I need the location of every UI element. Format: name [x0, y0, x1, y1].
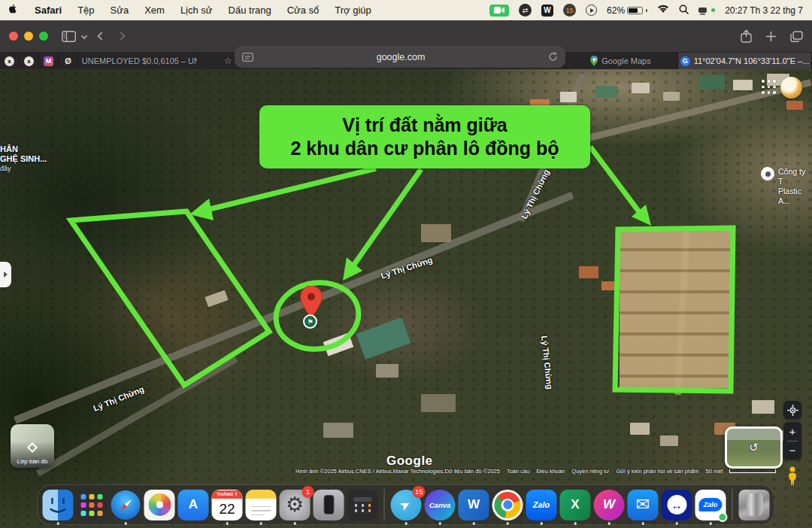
poi-label-left: HÂN GHỆ SINH... đây [0, 144, 47, 174]
screen-recording-icon[interactable] [489, 5, 509, 17]
dock-calculator[interactable] [347, 490, 378, 520]
close-window-button[interactable] [9, 32, 18, 41]
pinned-tab-ape-2[interactable]: ᴥ [20, 53, 39, 69]
link-terms[interactable]: Điều khoản [536, 468, 565, 475]
dock-safari[interactable] [111, 490, 141, 520]
back-button[interactable] [98, 33, 105, 39]
safari-toolbar: google.com [0, 20, 812, 53]
menu-file[interactable]: Tệp [77, 5, 94, 16]
layers-label: Lớp bản đồ [11, 458, 54, 465]
canva-label: Canva [429, 501, 451, 509]
tab-unemployed[interactable]: ᴥ UNEMPLOYED $0.0,6105 – UN... [78, 53, 198, 69]
dock-trash[interactable] [739, 490, 770, 520]
pinned-tab-ape-1[interactable]: ᴥ [0, 53, 20, 69]
dock-wps[interactable]: W [594, 490, 625, 520]
tab-coordinates-active[interactable]: G 11°02'04.7"N 106°33'11.0"E –... [678, 53, 812, 69]
forward-button [118, 33, 124, 39]
dock-notes[interactable] [246, 490, 277, 520]
dock-zalo[interactable]: Zalo [526, 490, 557, 520]
dock-excel[interactable]: X [560, 490, 591, 520]
dock-app-store[interactable]: A [178, 490, 209, 520]
teamviewer-status-icon[interactable]: ⇄ [519, 4, 532, 17]
wps-status-icon[interactable]: W [541, 5, 553, 17]
menu-edit[interactable]: Sửa [111, 5, 129, 16]
flag-icon: ⚑ [307, 318, 313, 326]
zoom-in-button[interactable]: + [783, 422, 801, 441]
fast-user-switch-icon[interactable] [698, 6, 715, 15]
dock-calendar[interactable]: THÁNG 7 22 [212, 490, 243, 520]
reload-icon[interactable] [548, 52, 558, 62]
building [579, 266, 598, 278]
zoom-window-button[interactable] [39, 32, 48, 41]
link-privacy[interactable]: Quyền riêng tư [571, 468, 609, 475]
map-layers-control[interactable]: Lớp bản đồ [11, 424, 54, 468]
cleaner-status-icon[interactable]: 15 [563, 4, 576, 17]
dock-launchpad[interactable] [77, 490, 108, 520]
link-feedback[interactable]: Gửi ý kiến phản hồi về sản phẩm [616, 468, 698, 475]
envelope-icon: ✉ [636, 495, 650, 514]
dock-telegram[interactable]: ➤ 15 [391, 490, 422, 520]
street-view-preview[interactable]: ↺ [725, 426, 783, 469]
building [421, 224, 451, 242]
annotation-box: Vị trí đất nằm giữa 2 khu dân cư phân lô… [259, 105, 590, 168]
url-text[interactable]: google.com [253, 52, 548, 62]
dock-photos[interactable] [144, 490, 175, 520]
sidebar-toggle-icon[interactable] [62, 31, 76, 42]
dock-settings[interactable]: ⚙ 1 [280, 490, 311, 520]
attribution-bar: Hình ảnh ©2025 Airbus,CNES / Airbus,Maxa… [295, 468, 810, 475]
tab-overview-icon[interactable] [790, 31, 803, 42]
building [630, 423, 650, 435]
pinned-tab-m[interactable]: M [39, 53, 59, 69]
menu-window[interactable]: Cửa sổ [287, 5, 320, 16]
new-tab-icon[interactable] [765, 31, 777, 42]
paper-plane-icon: ➤ [396, 495, 413, 514]
dock-iphone-mirroring[interactable] [314, 490, 344, 520]
dock-zalo-chat[interactable]: Zalo [695, 490, 726, 520]
wifi-icon[interactable] [657, 5, 669, 16]
zoom-out-button[interactable]: − [783, 442, 801, 460]
playback-status-icon[interactable] [586, 5, 597, 16]
maps-pin-favicon [590, 56, 598, 66]
building [660, 435, 678, 446]
my-location-button[interactable] [783, 401, 801, 419]
menu-safari[interactable]: Safari [35, 5, 62, 16]
dock-teamviewer[interactable]: ↔ [662, 490, 692, 520]
page-settings-icon[interactable] [242, 53, 253, 62]
dock-mail[interactable]: ✉ [628, 490, 659, 520]
google-apps-grid-icon[interactable] [762, 80, 777, 95]
scale-text: 50 mét [705, 468, 723, 475]
map-viewport[interactable]: Vị trí đất nằm giữa 2 khu dân cư phân lô… [0, 69, 812, 528]
google-logo: Google [386, 454, 433, 469]
menu-bar-clock[interactable]: 20:27 Th 3 22 thg 7 [725, 5, 803, 16]
dock-chrome[interactable] [492, 490, 523, 520]
menu-view[interactable]: Xem [144, 5, 165, 16]
menu-bookmarks[interactable]: Dấu trang [229, 5, 271, 16]
zoom-control: + − [783, 422, 801, 460]
address-bar[interactable]: google.com [235, 46, 565, 68]
apple-menu-icon[interactable] [9, 5, 19, 16]
link-global[interactable]: Toàn cầu [507, 468, 529, 475]
menu-history[interactable]: Lịch sử [180, 5, 213, 16]
account-avatar[interactable] [780, 77, 802, 99]
menu-help[interactable]: Trợ giúp [335, 5, 371, 16]
minimize-window-button[interactable] [24, 32, 33, 41]
saved-place-marker[interactable]: ⚑ [303, 314, 317, 329]
share-icon[interactable] [741, 29, 752, 43]
pinned-tab-slash-o[interactable]: Ø [59, 53, 78, 69]
annotation-line-2: 2 khu dân cư phân lô đồng bộ [291, 136, 559, 160]
building [595, 86, 618, 98]
tab-google-maps[interactable]: Google Maps [564, 53, 678, 69]
building [733, 80, 753, 90]
dock-canva[interactable]: Canva [425, 490, 456, 520]
spotlight-search-icon[interactable] [679, 5, 689, 17]
annotation-line-1: Vị trí đất nằm giữa [342, 114, 508, 136]
building [786, 101, 803, 110]
poi-marker-icon[interactable] [761, 167, 774, 181]
building [663, 92, 680, 101]
dock-word[interactable]: W [459, 490, 489, 520]
dock-finder[interactable] [43, 490, 74, 520]
rotate-icon: ↺ [749, 441, 759, 454]
calendar-month: THÁNG 7 [212, 490, 243, 499]
sidebar-expand-button[interactable] [0, 262, 11, 287]
sidebar-chevron-icon[interactable] [82, 34, 86, 38]
